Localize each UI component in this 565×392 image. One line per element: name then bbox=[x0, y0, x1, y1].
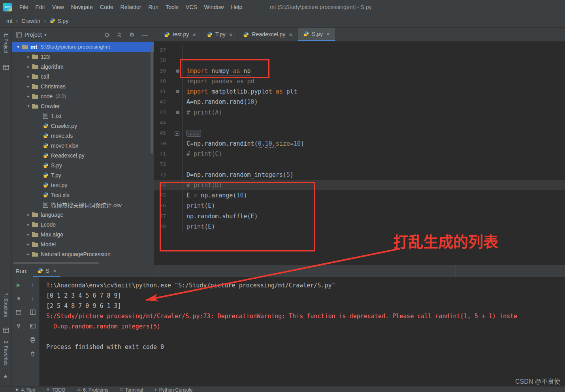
expand-arrow-icon[interactable]: ▸ bbox=[25, 242, 32, 246]
statusbar-item-terminal[interactable]: □Terminal bbox=[120, 386, 143, 392]
expand-arrow-icon[interactable]: ▸ bbox=[25, 74, 32, 79]
editor-tab-readexcel.py[interactable]: Readexcel.py× bbox=[238, 28, 298, 41]
expand-arrow-icon[interactable]: ▸ bbox=[25, 212, 32, 217]
restore-layout-icon[interactable] bbox=[15, 308, 23, 316]
menu-help[interactable]: Help bbox=[227, 4, 246, 10]
statusbar-item-python-console[interactable]: ▸Python Console bbox=[155, 386, 193, 392]
close-tab-icon[interactable]: × bbox=[229, 31, 233, 38]
expand-arrow-icon[interactable]: ▸ bbox=[25, 232, 32, 236]
run-tab-s[interactable]: S × bbox=[33, 265, 60, 277]
tree-item-move.xls[interactable]: move.xls bbox=[12, 131, 154, 141]
editor-gutter[interactable]: 73 bbox=[154, 170, 183, 180]
editor-gutter[interactable]: 43 bbox=[154, 107, 183, 118]
tree-item-readexcel.py[interactable]: Readexcel.py bbox=[12, 150, 154, 160]
code-line-39[interactable]: 39import numpy as np bbox=[154, 66, 565, 76]
menu-view[interactable]: View bbox=[49, 4, 68, 10]
tool-window-icon-2[interactable] bbox=[3, 328, 9, 333]
editor-gutter[interactable]: 38 bbox=[154, 55, 183, 66]
tree-item-123[interactable]: ▸123 bbox=[12, 52, 154, 62]
tree-horizontal-scrollbar[interactable] bbox=[13, 262, 99, 264]
code-line-42[interactable]: 42A=np.random.rand(10) bbox=[154, 97, 565, 107]
editor-gutter[interactable]: 45+ bbox=[154, 128, 183, 138]
expand-arrow-icon[interactable]: ▸ bbox=[25, 94, 32, 98]
console-icon[interactable] bbox=[29, 322, 37, 330]
chevron-down-icon[interactable]: ▾ bbox=[45, 33, 47, 37]
tree-item-test.py[interactable]: test.py bbox=[12, 180, 154, 190]
mark-gutter-icon[interactable] bbox=[166, 111, 182, 114]
code-line-77[interactable]: 77np.random.shuffle(E) bbox=[154, 211, 565, 221]
star-icon[interactable]: ★ bbox=[3, 373, 8, 379]
close-tab-icon[interactable]: × bbox=[192, 31, 196, 38]
statusbar-item-6-problems[interactable]: ⚠6: Problems bbox=[77, 386, 108, 392]
tree-item-test.xls[interactable]: Test.xls bbox=[12, 190, 154, 200]
editor-gutter[interactable]: 75 bbox=[154, 190, 183, 201]
code-line-45[interactable]: 45+... bbox=[154, 128, 565, 138]
code-line-41[interactable]: 41import matplotlib.pyplot as plt bbox=[154, 86, 565, 97]
editor-gutter[interactable]: 41 bbox=[154, 86, 183, 97]
expand-arrow-icon[interactable]: ▸ bbox=[25, 64, 32, 69]
tree-item-call[interactable]: ▸call bbox=[12, 71, 154, 81]
menu-code[interactable]: Code bbox=[96, 4, 117, 10]
printer-icon[interactable] bbox=[29, 336, 37, 344]
code-line-40[interactable]: 40import pandas as pd bbox=[154, 76, 565, 86]
tree-item-naturallanguageprocession[interactable]: ▸NaturalLanguageProcession bbox=[12, 249, 154, 259]
up-icon[interactable]: ↑ bbox=[29, 281, 37, 289]
down-icon[interactable]: ↓ bbox=[29, 294, 37, 302]
tree-item-language[interactable]: ▸language bbox=[12, 210, 154, 219]
code-line-74[interactable]: 74# print(D) bbox=[154, 180, 565, 190]
expand-arrow-icon[interactable]: ▸ bbox=[25, 252, 32, 256]
editor-gutter[interactable]: 76 bbox=[154, 201, 183, 211]
editor-gutter[interactable]: 37 bbox=[154, 45, 183, 55]
code-line-37[interactable]: 37 bbox=[154, 45, 565, 55]
tree-item-1.txt[interactable]: 1.txt bbox=[12, 111, 154, 121]
expand-arrow-icon[interactable]: ▸ bbox=[25, 54, 32, 59]
code-line-70[interactable]: 70C=np.random.randint(0,10,size=10) bbox=[154, 139, 565, 149]
close-tab-icon[interactable]: × bbox=[289, 31, 292, 38]
menu-vcs[interactable]: VCS bbox=[182, 4, 201, 10]
editor-gutter[interactable]: 44 bbox=[154, 118, 183, 128]
editor-gutter[interactable]: 40 bbox=[154, 76, 183, 86]
tool-window-button-favorites[interactable]: 2: Favorites bbox=[3, 341, 9, 366]
tree-item-model[interactable]: ▸Model bbox=[12, 239, 154, 249]
tree-item-s.py[interactable]: S.py bbox=[12, 160, 154, 170]
expand-arrow-icon[interactable]: ▸ bbox=[25, 222, 32, 227]
editor-tab-test.py[interactable]: test.py× bbox=[159, 28, 202, 41]
statusbar-item-4-run[interactable]: ▶4: Run bbox=[16, 386, 35, 392]
trash-icon[interactable] bbox=[29, 350, 37, 358]
tree-item-mt[interactable]: ▾mtS:\Study\picture processing\mt bbox=[12, 42, 154, 52]
gear-icon[interactable]: ⚙ bbox=[129, 32, 135, 38]
editor-tab-t.py[interactable]: T.py× bbox=[202, 28, 238, 41]
editor-tab-s.py[interactable]: S.py× bbox=[298, 28, 335, 41]
breadcrumb-item-s.py[interactable]: S.py bbox=[49, 18, 68, 24]
stop-icon[interactable]: ■ bbox=[15, 294, 23, 302]
tree-item-crawler.py[interactable]: Crawler.py bbox=[12, 121, 154, 131]
menu-refactor[interactable]: Refactor bbox=[117, 4, 145, 10]
editor-gutter[interactable]: 70 bbox=[154, 139, 183, 149]
menu-tools[interactable]: Tools bbox=[162, 4, 182, 10]
fold-gutter-icon[interactable]: + bbox=[166, 131, 182, 136]
editor-gutter[interactable]: 72 bbox=[154, 159, 183, 169]
lock-gutter-icon[interactable] bbox=[166, 90, 182, 93]
collapse-all-icon[interactable] bbox=[116, 32, 122, 38]
code-line-73[interactable]: 73D=np.random.random_integers(5) bbox=[154, 170, 565, 180]
mark-gutter-icon[interactable] bbox=[166, 69, 182, 73]
code-line-72[interactable]: 72 bbox=[154, 159, 565, 169]
tree-item-crawler[interactable]: ▾Crawler bbox=[12, 101, 154, 111]
editor-gutter[interactable]: 77 bbox=[154, 211, 183, 221]
tree-item-christmas[interactable]: ▸Christmas bbox=[12, 81, 154, 91]
tree-item-movet.xlsx[interactable]: moveT.xlsx bbox=[12, 141, 154, 150]
split-icon[interactable] bbox=[29, 308, 37, 316]
menu-file[interactable]: File bbox=[16, 4, 32, 10]
close-tab-icon[interactable]: × bbox=[53, 267, 56, 274]
expand-arrow-icon[interactable]: ▸ bbox=[25, 84, 32, 88]
code-line-38[interactable]: 38 bbox=[154, 55, 565, 66]
editor-gutter[interactable]: 74 bbox=[154, 180, 183, 190]
editor-gutter[interactable]: 39 bbox=[154, 66, 183, 76]
menu-run[interactable]: Run bbox=[145, 4, 162, 10]
menu-navigate[interactable]: Navigate bbox=[68, 4, 96, 10]
tree-item-t.py[interactable]: T.py bbox=[12, 170, 154, 180]
tree-vertical-scrollbar[interactable] bbox=[151, 45, 153, 154]
code-line-76[interactable]: 76print(E) bbox=[154, 201, 565, 211]
play-icon[interactable]: ▶ bbox=[15, 281, 23, 289]
code-editor[interactable]: 373839import numpy as np40import pandas … bbox=[154, 41, 565, 265]
